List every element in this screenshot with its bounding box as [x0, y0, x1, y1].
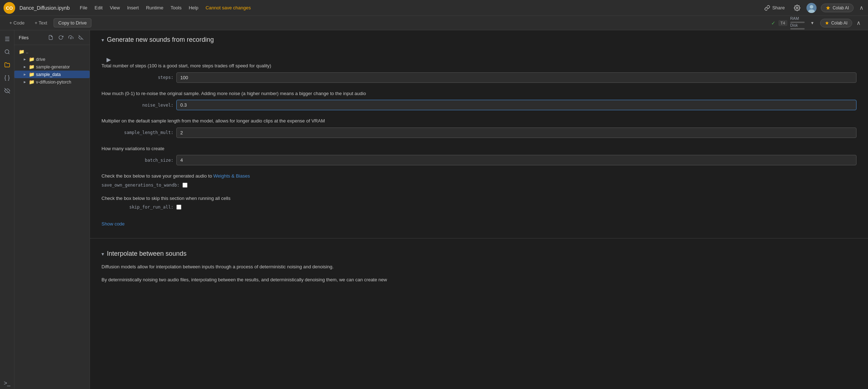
menu-view[interactable]: View [107, 4, 123, 12]
cell-toolbar: + Code + Text Copy to Drive ✓ T4 RAM Dis… [0, 16, 868, 30]
collapse-button-2[interactable]: ∧ [855, 18, 862, 28]
folder-icon: 📁 [19, 49, 24, 54]
copy-to-drive-button[interactable]: Copy to Drive [54, 18, 91, 27]
menu-edit[interactable]: Edit [92, 4, 105, 12]
svg-text:CO: CO [6, 6, 13, 11]
colab-ai-icon [826, 5, 831, 10]
sample-length-section: Multiplier on the default sample length … [101, 117, 856, 138]
menu-bar: File Edit View Insert Runtime Tools Help… [77, 4, 761, 12]
sample-length-input[interactable] [176, 128, 856, 138]
folder-icon: 📁 [29, 64, 35, 70]
runtime-type-badge: T4 [778, 20, 787, 26]
folder-icon: 📁 [29, 57, 35, 62]
menu-help[interactable]: Help [186, 4, 201, 12]
share-icon [764, 5, 770, 11]
interpolate-desc1: Diffusion models allow for interpolation… [101, 263, 856, 271]
menu-runtime[interactable]: Runtime [143, 4, 166, 12]
generate-sounds-cell: ▾ Generate new sounds from recording ▶ T… [90, 30, 868, 232]
tree-item-v-diffusion[interactable]: ► 📁 v-diffusion-pytorch [14, 78, 90, 86]
sidebar: Files [14, 30, 90, 389]
wandb-checkbox-row: save_own_generations_to_wandb: [101, 183, 856, 188]
svg-point-2 [796, 7, 798, 9]
user-avatar[interactable] [806, 3, 817, 13]
batch-description: How many variations to create [101, 145, 856, 152]
menu-insert[interactable]: Insert [124, 4, 142, 12]
section-divider [90, 238, 868, 238]
wandb-checkbox[interactable] [182, 183, 187, 188]
runtime-status-icon: ✓ [771, 20, 776, 26]
interpolate-collapse-icon[interactable]: ▾ [101, 251, 104, 257]
skip-section: Check the box below to skip this section… [101, 195, 856, 210]
tree-item-sample-data[interactable]: ► 📁 sample_data [14, 71, 90, 78]
settings-icon [794, 5, 800, 11]
menu-tools[interactable]: Tools [168, 4, 184, 12]
skip-checkbox-label: skip_for_run_all: [101, 205, 173, 210]
batch-label: batch_size: [101, 158, 173, 163]
steps-row: steps: [101, 72, 856, 83]
upload-icon[interactable] [67, 33, 75, 42]
disk-label: Disk [790, 23, 805, 28]
tree-item-sample-generator[interactable]: ► 📁 sample-generator [14, 63, 90, 71]
sidebar-header: Files [14, 30, 90, 45]
colab-logo: CO [3, 1, 16, 14]
new-file-icon[interactable] [46, 33, 55, 42]
interpolate-section-header: ▾ Interpolate between sounds [101, 250, 856, 258]
share-label: Share [772, 5, 785, 10]
search-icon[interactable] [1, 46, 13, 58]
chevron-right-icon: ► [23, 65, 27, 69]
show-code-link[interactable]: Show code [101, 221, 125, 227]
section-collapse-icon[interactable]: ▾ [101, 37, 104, 43]
left-icon-bar: ☰ { } >_ [0, 30, 14, 389]
skip-description: Check the box below to skip this section… [101, 195, 856, 202]
ram-label: RAM [790, 16, 805, 21]
collapse-button[interactable]: ∧ [858, 3, 865, 13]
steps-section: Total number of steps (100 is a good sta… [101, 62, 856, 83]
colab-ai-button[interactable]: Colab AI [821, 4, 854, 12]
batch-row: batch_size: [101, 155, 856, 165]
colab-ai-icon-2 [825, 21, 829, 25]
sidebar-toggle-icon[interactable]: ☰ [1, 33, 13, 45]
noise-label: noise_level: [101, 103, 173, 108]
colab-ai-button-2[interactable]: Colab AI [820, 19, 852, 27]
interpolate-desc2: By deterministically noising two audio f… [101, 276, 856, 284]
add-text-button[interactable]: + Text [31, 19, 51, 27]
interpolate-title: Interpolate between sounds [107, 250, 186, 258]
share-button[interactable]: Share [761, 4, 788, 12]
chevron-right-icon: ► [23, 72, 27, 76]
noise-section: How much (0-1) to re-noise the original … [101, 90, 856, 111]
cannot-save-warning[interactable]: Cannot save changes [203, 4, 254, 12]
chevron-right-icon: ► [23, 80, 27, 84]
settings-button[interactable] [792, 3, 802, 13]
wandb-checkbox-label: save_own_generations_to_wandb: [101, 183, 180, 188]
batch-input[interactable] [176, 155, 856, 165]
wandb-description-prefix: Check the box below to save your generat… [101, 173, 213, 179]
sample-length-label: sample_length_mult: [101, 130, 173, 135]
chevron-right-icon: ► [23, 57, 27, 61]
terminal-icon[interactable]: >_ [1, 377, 13, 389]
add-code-button[interactable]: + Code [6, 19, 28, 27]
topbar-right: Share Colab AI ∧ [761, 3, 865, 13]
refresh-icon[interactable] [56, 33, 65, 42]
tree-item-dotdot[interactable]: 📁 .. [14, 48, 90, 55]
wandb-link[interactable]: Weights & Biases [213, 173, 250, 179]
noise-row: noise_level: [101, 100, 856, 110]
folder-icon-active: 📁 [29, 72, 35, 77]
sidebar-actions [46, 33, 85, 42]
file-tree: 📁 .. ► 📁 drive ► 📁 sample-generator ► 📁 … [14, 45, 90, 389]
svg-marker-7 [825, 21, 829, 25]
skip-checkbox[interactable] [176, 205, 181, 210]
runtime-dropdown-button[interactable]: ▾ [808, 19, 817, 27]
notebook-title: Dance_Diffusion.ipynb [19, 5, 70, 11]
steps-input[interactable] [176, 72, 856, 83]
tree-item-drive[interactable]: ► 📁 drive [14, 55, 90, 63]
menu-file[interactable]: File [77, 4, 90, 12]
noise-description: How much (0-1) to re-noise the original … [101, 90, 856, 97]
main-layout: ☰ { } >_ Files [0, 30, 868, 389]
svg-point-4 [810, 5, 813, 9]
noise-input[interactable] [176, 100, 856, 110]
hide-sidebar-icon[interactable] [77, 33, 85, 42]
run-cell-button[interactable]: ▶ [104, 55, 113, 64]
files-icon[interactable] [1, 59, 13, 71]
code-icon[interactable]: { } [1, 72, 13, 84]
eye-icon[interactable] [1, 85, 13, 97]
